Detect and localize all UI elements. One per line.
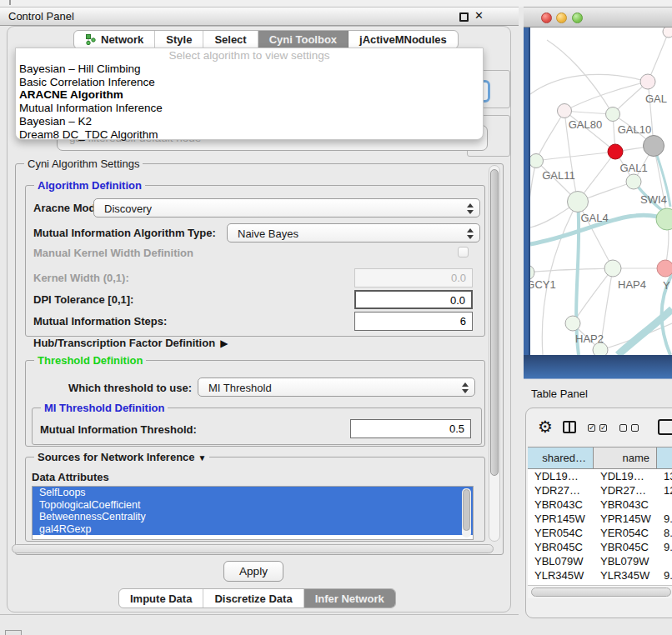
table-cell: 9. (657, 568, 672, 582)
table-mode-icon[interactable] (658, 419, 672, 435)
table-row[interactable]: YER054CYER054C8. (528, 526, 672, 540)
table-header-row: shared…name (528, 448, 672, 469)
dropdown-item[interactable]: Mutual Information Inference (16, 102, 483, 115)
column-header[interactable]: shared… (528, 448, 594, 469)
dropdown-item[interactable]: Dream8 DC_TDC Algorithm (16, 128, 483, 142)
table-row[interactable]: YBR043CYBR043C (528, 498, 672, 512)
network-node-GAL10[interactable] (606, 108, 620, 122)
table-row[interactable]: YDL19…YDL19…13 (528, 469, 672, 483)
dropdown-item[interactable]: Bayesian – K2 (16, 115, 483, 128)
scroll-thumb[interactable] (490, 169, 499, 476)
dropdown-item[interactable]: ARACNE Algorithm (16, 88, 483, 102)
network-node[interactable] (644, 136, 664, 157)
sources-toggle[interactable]: Sources for Network Inference▼ (34, 451, 209, 463)
tab-style[interactable]: Style (155, 31, 203, 48)
algorithm-definition-title: Algorithm Definition (34, 179, 145, 192)
network-node-HAP4[interactable] (604, 260, 621, 277)
list-vertical-scrollbar[interactable] (462, 488, 471, 538)
mi-threshold-field[interactable]: 0.5 (350, 419, 471, 438)
network-node[interactable] (593, 342, 608, 355)
network-node-GAL[interactable] (640, 74, 655, 89)
column-header[interactable]: name (594, 448, 657, 469)
table-row[interactable]: YDR27…YDR27…12 (528, 483, 672, 498)
minimize-traffic-light-icon[interactable] (556, 12, 567, 23)
network-edge[interactable] (564, 82, 648, 111)
table-horizontal-scrollbar[interactable] (528, 585, 672, 598)
tab-infer-network[interactable]: Infer Network (304, 589, 395, 608)
table-row[interactable]: YPR145WYPR145W9. (528, 512, 672, 526)
settings-horizontal-scrollbar[interactable] (12, 544, 494, 553)
network-edge[interactable] (530, 268, 613, 272)
tab-jactivemnodules[interactable]: jActiveMNodules (349, 31, 458, 48)
table-row[interactable]: YBR045CYBR045C9. (528, 540, 672, 554)
table-cell: YLR345W (594, 568, 657, 582)
checked-checkbox-icon[interactable]: ✓ (599, 424, 607, 432)
attribute-list-item[interactable]: BetweennessCentrality (33, 511, 473, 523)
apply-button[interactable]: Apply (223, 561, 283, 582)
column-header[interactable] (657, 448, 672, 469)
network-node-GAL11[interactable] (530, 154, 544, 168)
network-edge[interactable] (530, 74, 648, 94)
which-threshold-value: MI Threshold (208, 382, 272, 394)
close-traffic-light-icon[interactable] (541, 12, 552, 23)
attribute-list-item[interactable]: gal4RGexp (33, 523, 473, 536)
unchecked-checkbox-icon[interactable] (619, 424, 627, 432)
network-frame-left (524, 28, 530, 379)
dropdown-item[interactable]: Bayesian – Hill Climbing (16, 62, 483, 76)
tab-cyni-toolbox[interactable]: Cyni Toolbox (258, 31, 349, 48)
dropdown-placeholder: Select algorithm to view settings (16, 49, 483, 62)
dpi-tolerance-field[interactable]: 0.0 (354, 290, 473, 309)
which-threshold-select[interactable]: MI Threshold (198, 378, 475, 397)
scroll-thumb[interactable] (463, 489, 470, 531)
tab-network[interactable]: Network (74, 31, 155, 48)
table-cell: YPR145W (594, 512, 657, 526)
network-node-GAL4[interactable] (568, 192, 589, 212)
network-edge[interactable] (536, 111, 564, 161)
table-cell: 9. (657, 540, 672, 554)
tab-discretize-data[interactable]: Discretize Data (203, 589, 303, 608)
network-node-label: GAL4 (580, 212, 608, 224)
table-row[interactable]: YBL079WYBL079W (528, 554, 672, 568)
network-node-HAP2[interactable] (565, 316, 580, 331)
data-attributes-list[interactable]: SelfLoopsTopologicalCoefficientBetweenne… (32, 486, 474, 540)
table-cell: YPR145W (528, 512, 594, 526)
manual-kernel-checkbox[interactable] (458, 247, 469, 258)
attribute-list-item[interactable]: TopologicalCoefficient (33, 499, 473, 512)
mi-steps-field[interactable]: 6 (354, 312, 473, 331)
network-node[interactable] (656, 208, 672, 230)
table-row[interactable]: YLR345WYLR345W9. (528, 568, 672, 582)
table-cell: YER054C (528, 526, 594, 540)
control-panel-titlebar: Control Panel ✕ (0, 7, 519, 26)
zoom-traffic-light-icon[interactable] (572, 12, 583, 23)
close-icon[interactable]: ✕ (474, 9, 484, 22)
table-cell: YBL079W (594, 554, 657, 568)
network-edge[interactable] (648, 32, 669, 82)
tab-impute-data[interactable]: Impute Data (119, 589, 203, 608)
network-node-SWI4[interactable] (626, 174, 641, 189)
hub-definition-toggle[interactable]: Hub/Transcription Factor Definition▶ (33, 337, 228, 349)
network-node-GAL80[interactable] (558, 104, 572, 118)
network-canvas[interactable]: GALGAL80GAL10GAL1GAL11SWI4GAL4GCY1HAP4YH… (530, 28, 672, 355)
control-panel-tabbar: NetworkStyleSelectCyni ToolboxjActiveMNo… (73, 30, 459, 49)
attribute-list-item[interactable]: SelfLoops (33, 487, 473, 499)
network-node[interactable] (663, 28, 672, 38)
unchecked-checkbox-icon[interactable] (631, 424, 639, 432)
dropdown-item[interactable]: Basic Correlation Inference (16, 76, 483, 89)
table-cell: YDL19… (528, 469, 594, 483)
columns-icon[interactable] (563, 421, 576, 433)
kernel-width-field[interactable]: 0.0 (354, 268, 473, 288)
aracne-mode-select[interactable]: Discovery (93, 198, 480, 218)
network-node-Y[interactable] (657, 260, 672, 277)
tab-select[interactable]: Select (203, 31, 258, 48)
checked-checkbox-icon[interactable]: ✓ (588, 424, 595, 432)
network-window-titlebar (524, 7, 672, 28)
network-edge[interactable] (530, 161, 536, 272)
gear-icon[interactable]: ⚙ (538, 417, 553, 437)
network-node-GAL1[interactable] (608, 144, 623, 159)
scroll-thumb[interactable] (531, 588, 671, 597)
network-edge[interactable] (536, 152, 615, 161)
settings-vertical-scrollbar[interactable] (489, 165, 500, 542)
minimized-panel-stub[interactable] (5, 630, 22, 635)
mi-algorithm-type-select[interactable]: Naive Bayes (227, 223, 480, 242)
float-window-icon[interactable] (459, 12, 469, 22)
